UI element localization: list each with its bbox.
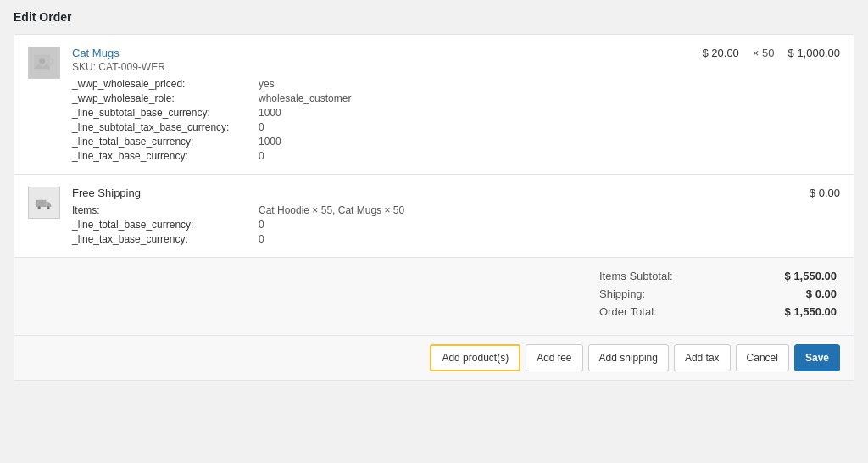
totals-table: Items Subtotal: $ 1,550.00 Shipping: $ 0… bbox=[599, 270, 837, 323]
product-meta: _wwp_wholesale_priced:yes_wwp_wholesale_… bbox=[72, 78, 685, 162]
add-products-button[interactable]: Add product(s) bbox=[430, 344, 520, 371]
truck-icon bbox=[36, 194, 53, 211]
shipping-name: Free Shipping bbox=[72, 187, 793, 199]
product-meta-row: _line_tax_base_currency:0 bbox=[72, 150, 685, 162]
meta-key: _wwp_wholesale_priced: bbox=[72, 78, 259, 90]
shipping-meta-row: Items:Cat Hoodie × 55, Cat Mugs × 50 bbox=[72, 204, 793, 216]
shipping-meta-key: _line_total_base_currency: bbox=[72, 219, 259, 231]
subtotal-label: Items Subtotal: bbox=[599, 270, 673, 282]
meta-val: 0 bbox=[259, 121, 264, 133]
product-meta-row: _wwp_wholesale_role:wholesale_customer bbox=[72, 92, 685, 104]
svg-point-3 bbox=[38, 206, 41, 209]
meta-val: wholesale_customer bbox=[259, 92, 351, 104]
sku-label: SKU: bbox=[72, 61, 96, 73]
meta-key: _line_total_base_currency: bbox=[72, 136, 259, 148]
add-tax-button[interactable]: Add tax bbox=[674, 344, 731, 371]
shipping-icon bbox=[28, 187, 60, 219]
shipping-meta-val: 0 bbox=[259, 219, 264, 231]
product-unit-price: 20.00 bbox=[702, 47, 738, 59]
product-meta-row: _line_subtotal_tax_base_currency:0 bbox=[72, 121, 685, 133]
shipping-meta-key: _line_tax_base_currency: bbox=[72, 233, 259, 245]
order-total-row: Order Total: $ 1,550.00 bbox=[599, 305, 837, 318]
action-bar: Add product(s) Add fee Add shipping Add … bbox=[14, 335, 854, 380]
meta-key: _line_subtotal_base_currency: bbox=[72, 107, 259, 119]
shipping-meta-val: Cat Hoodie × 55, Cat Mugs × 50 bbox=[259, 204, 404, 216]
svg-rect-2 bbox=[36, 200, 47, 207]
order-total-label: Order Total: bbox=[599, 305, 657, 318]
meta-key: _wwp_wholesale_role: bbox=[72, 92, 259, 104]
product-item-row: Cat Mugs SKU: CAT-009-WER _wwp_wholesale… bbox=[14, 35, 854, 175]
shipping-meta-row: _line_total_base_currency:0 bbox=[72, 219, 793, 231]
meta-key: _line_subtotal_tax_base_currency: bbox=[72, 121, 259, 133]
shipping-price: $ 0.00 bbox=[810, 187, 840, 199]
product-details: Cat Mugs SKU: CAT-009-WER _wwp_wholesale… bbox=[72, 47, 685, 162]
sku-value: CAT-009-WER bbox=[98, 61, 164, 73]
svg-point-4 bbox=[47, 206, 49, 209]
save-button[interactable]: Save bbox=[794, 344, 840, 371]
meta-val: 1000 bbox=[259, 107, 281, 119]
shipping-total-label: Shipping: bbox=[599, 287, 645, 300]
svg-point-1 bbox=[39, 58, 45, 64]
shipping-meta-key: Items: bbox=[72, 204, 259, 216]
product-total: $ 1,000.00 bbox=[788, 47, 840, 59]
totals-section: Items Subtotal: $ 1,550.00 Shipping: $ 0… bbox=[14, 257, 854, 335]
shipping-meta-row: _line_tax_base_currency:0 bbox=[72, 233, 793, 245]
page-title: Edit Order bbox=[14, 10, 854, 24]
product-qty: × 50 bbox=[753, 47, 775, 59]
product-name-link[interactable]: Cat Mugs bbox=[72, 47, 120, 59]
order-total-value: $ 1,550.00 bbox=[769, 305, 837, 318]
shipping-total-value: $ 0.00 bbox=[769, 287, 837, 300]
product-meta-row: _line_total_base_currency:1000 bbox=[72, 136, 685, 148]
product-thumbnail bbox=[28, 47, 60, 79]
add-shipping-button[interactable]: Add shipping bbox=[588, 344, 669, 371]
meta-val: 1000 bbox=[259, 136, 281, 148]
page-wrapper: Edit Order Cat Mugs SKU: CAT-009-WER bbox=[0, 0, 868, 463]
meta-val: yes bbox=[259, 78, 275, 90]
cancel-button[interactable]: Cancel bbox=[736, 344, 789, 371]
add-fee-button[interactable]: Add fee bbox=[526, 344, 582, 371]
shipping-item-row: Free Shipping Items:Cat Hoodie × 55, Cat… bbox=[14, 175, 854, 257]
shipping-details: Free Shipping Items:Cat Hoodie × 55, Cat… bbox=[72, 187, 793, 245]
meta-val: 0 bbox=[259, 150, 264, 162]
subtotal-row: Items Subtotal: $ 1,550.00 bbox=[599, 270, 837, 282]
product-meta-row: _line_subtotal_base_currency:1000 bbox=[72, 107, 685, 119]
shipping-meta: Items:Cat Hoodie × 55, Cat Mugs × 50_lin… bbox=[72, 204, 793, 245]
product-price-area: 20.00 × 50 $ 1,000.00 bbox=[702, 47, 840, 59]
product-image-icon bbox=[32, 51, 56, 75]
product-meta-row: _wwp_wholesale_priced:yes bbox=[72, 78, 685, 90]
subtotal-value: $ 1,550.00 bbox=[769, 270, 837, 282]
meta-key: _line_tax_base_currency: bbox=[72, 150, 259, 162]
order-items-container: Cat Mugs SKU: CAT-009-WER _wwp_wholesale… bbox=[14, 34, 854, 381]
shipping-meta-val: 0 bbox=[259, 233, 264, 245]
product-sku: SKU: CAT-009-WER bbox=[72, 61, 685, 73]
shipping-total-row: Shipping: $ 0.00 bbox=[599, 287, 837, 300]
